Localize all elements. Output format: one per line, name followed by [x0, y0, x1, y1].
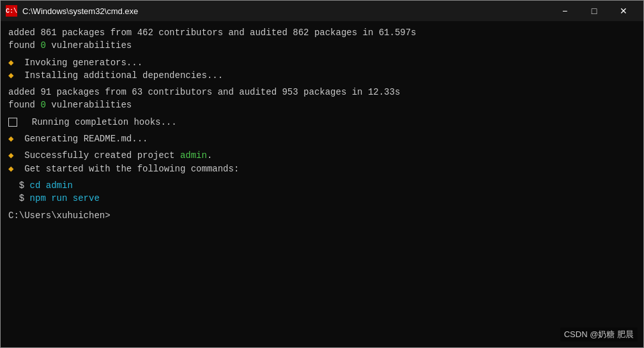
title-bar: C:\ C:\Windows\system32\cmd.exe − □ ✕ — [1, 1, 643, 21]
line-3: ◆ Invoking generators... — [8, 56, 636, 69]
line-7: Running completion hooks... — [8, 116, 636, 129]
maximize-button[interactable]: □ — [579, 1, 609, 21]
line-6: found 0 vulnerabilities — [8, 99, 636, 111]
line-10: ◆ Get started with the following command… — [8, 162, 636, 175]
line-1: added 861 packages from 462 contributors… — [8, 26, 636, 39]
cmd-icon: C:\ — [6, 5, 17, 17]
window-controls: − □ ✕ — [550, 1, 638, 21]
line-13: C:\Users\xuhuichen> — [8, 209, 636, 222]
terminal-output[interactable]: added 861 packages from 462 contributors… — [1, 21, 643, 347]
line-12: $ npm run serve — [8, 192, 636, 205]
line-5: added 91 packages from 63 contributors a… — [8, 86, 636, 99]
line-2: found 0 vulnerabilities — [8, 39, 636, 52]
line-4: ◆ Installing additional dependencies... — [8, 69, 636, 82]
line-9: ◆ Successfully created project admin. — [8, 149, 636, 162]
line-11: $ cd admin — [8, 179, 636, 192]
minimize-button[interactable]: − — [550, 1, 579, 21]
watermark: CSDN @奶糖 肥晨 — [560, 328, 638, 342]
title-bar-text: C:\Windows\system32\cmd.exe — [22, 6, 550, 16]
close-button[interactable]: ✕ — [609, 1, 638, 21]
line-8: ◆ Generating README.md... — [8, 132, 636, 145]
window: C:\ C:\Windows\system32\cmd.exe − □ ✕ ad… — [0, 0, 644, 348]
